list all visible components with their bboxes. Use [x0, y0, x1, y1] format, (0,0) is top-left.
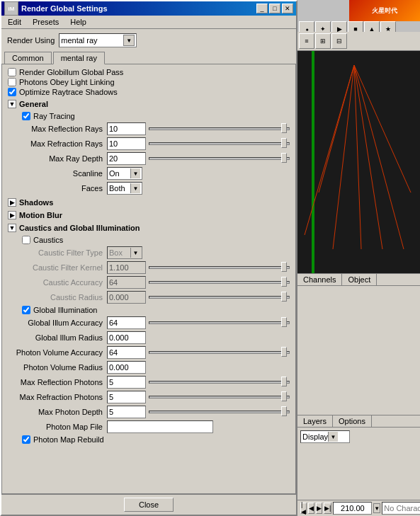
menu-edit[interactable]: Edit	[6, 17, 23, 27]
toolbar-btn-6[interactable]: ★	[380, 21, 396, 32]
render-using-dropdown[interactable]: mental ray ▼	[59, 33, 137, 47]
svg-line-6	[305, 65, 354, 235]
caustic-radius-slider[interactable]	[149, 292, 290, 303]
toolbar2-btn-3[interactable]: ⊟	[331, 33, 347, 49]
nav-char-input[interactable]	[382, 502, 420, 515]
caustic-accuracy-input[interactable]: 64	[107, 276, 146, 289]
global-illum-checkbox[interactable]	[22, 306, 30, 314]
caustic-filter-kernel-label: Caustic Filter Kernel	[8, 263, 107, 272]
max-ray-depth-slider[interactable]	[149, 153, 290, 164]
shadows-expand-btn[interactable]: ▶	[8, 198, 16, 207]
max-refraction-photons-slider[interactable]	[149, 391, 290, 403]
caustics-checkbox[interactable]	[22, 236, 30, 244]
global-illum-accuracy-label: Global Illum Accuracy	[8, 319, 107, 327]
display-value: Display	[302, 432, 328, 441]
maximize-button[interactable]: □	[269, 4, 280, 13]
photons-light-checkbox[interactable]	[8, 78, 16, 86]
tab-layers[interactable]: Layers	[297, 415, 333, 427]
toolbar2-btn-1[interactable]: ≡	[299, 33, 314, 49]
nav-skip-start-btn[interactable]: |◀	[300, 503, 307, 514]
render-global-settings-dialog: iM Render Global Settings _ □ ✕ Edit Pre…	[0, 0, 297, 516]
max-refraction-rays-input[interactable]: 10	[107, 137, 146, 150]
motion-blur-expand-btn[interactable]: ▶	[8, 211, 16, 219]
nav-skip-end-btn[interactable]: ▶|	[324, 503, 331, 514]
max-refraction-photons-row: Max Refraction Photons 5	[5, 390, 293, 404]
nav-next-btn[interactable]: ▶	[316, 503, 322, 514]
photon-map-rebuild-checkbox[interactable]	[22, 435, 30, 444]
tabs-row: Common mental ray	[1, 52, 296, 64]
ray-tracing-checkbox[interactable]	[22, 112, 30, 120]
toolbar-btn-4[interactable]: ■	[348, 21, 363, 32]
caustics-checkbox-row: Caustics	[19, 235, 293, 245]
render-using-dropdown-arrow[interactable]: ▼	[123, 35, 135, 46]
toolbar-btn-5[interactable]: ▲	[364, 21, 380, 32]
tab-mental-ray[interactable]: mental ray	[53, 52, 105, 64]
faces-row: Faces Both ▼	[5, 181, 293, 195]
caustic-radius-input[interactable]: 0.000	[107, 291, 146, 304]
max-reflection-rays-slider[interactable]	[149, 123, 290, 134]
global-illum-accuracy-slider[interactable]	[149, 317, 290, 328]
caustic-filter-kernel-slider[interactable]	[149, 262, 290, 273]
photon-map-file-input[interactable]	[107, 420, 213, 433]
caustic-filter-type-row: Caustic Filter Type Box ▼	[5, 246, 293, 260]
max-ray-depth-row: Max Ray Depth 20	[5, 151, 293, 166]
max-ray-depth-input[interactable]: 20	[107, 152, 146, 165]
toolbar2-btn-2[interactable]: ⊞	[315, 33, 331, 49]
max-refraction-rays-label: Max Refraction Rays	[8, 139, 107, 148]
menu-presets[interactable]: Presets	[30, 17, 61, 27]
faces-dropdown-arrow[interactable]: ▼	[130, 183, 140, 193]
render-globillum-checkbox[interactable]	[8, 68, 16, 76]
checkbox-optimize-raytrace: Optimize Raytrace Shadows	[5, 87, 293, 97]
menu-help[interactable]: Help	[68, 17, 89, 27]
max-reflection-photons-slider[interactable]	[149, 377, 290, 388]
optimize-raytrace-checkbox[interactable]	[8, 88, 16, 96]
scanline-dropdown-arrow[interactable]: ▼	[130, 168, 140, 178]
caustic-filter-type-arrow[interactable]: ▼	[130, 248, 140, 258]
nav-frame-input[interactable]: 210.00	[333, 502, 372, 515]
faces-dropdown[interactable]: Both ▼	[107, 182, 142, 195]
photon-volume-accuracy-input[interactable]: 64	[107, 346, 146, 359]
tab-options[interactable]: Options	[333, 415, 372, 427]
caustic-accuracy-label: Caustic Accuracy	[8, 278, 107, 287]
nav-dropdown-arrow[interactable]: ▼	[373, 503, 380, 513]
photon-volume-radius-row: Photon Volume Radius 0.000	[5, 360, 293, 374]
global-illum-radius-input[interactable]: 0.000	[107, 331, 146, 344]
title-bar-buttons: _ □ ✕	[256, 4, 293, 13]
photon-volume-radius-input[interactable]: 0.000	[107, 361, 146, 374]
minimize-button[interactable]: _	[256, 4, 268, 13]
caustic-filter-type-dropdown[interactable]: Box ▼	[107, 246, 142, 259]
display-dropdown[interactable]: Display ▼	[300, 430, 350, 443]
tab-channels[interactable]: Channels	[297, 274, 342, 285]
max-refraction-photons-label: Max Refraction Photons	[8, 393, 107, 401]
caustics-expand-btn[interactable]: ▼	[8, 224, 16, 232]
scanline-dropdown[interactable]: On ▼	[107, 167, 142, 180]
photon-volume-accuracy-slider[interactable]	[149, 347, 290, 358]
max-refraction-photons-input[interactable]: 5	[107, 391, 146, 403]
render-using-value: mental ray	[61, 36, 123, 45]
close-dialog-button[interactable]: Close	[124, 498, 174, 512]
shadows-section-title: Shadows	[19, 198, 53, 207]
scrollable-content[interactable]: Render Globillum Global Pass Photons Obe…	[2, 64, 295, 493]
display-dropdown-arrow[interactable]: ▼	[328, 432, 338, 442]
max-refraction-rays-slider[interactable]	[149, 138, 290, 149]
caustic-accuracy-slider[interactable]	[149, 277, 290, 288]
nav-prev-btn[interactable]: ◀	[308, 503, 314, 514]
toolbar-btn-2[interactable]: ✦	[315, 21, 331, 32]
max-reflection-photons-input[interactable]: 5	[107, 376, 146, 389]
global-illum-accuracy-input[interactable]: 64	[107, 316, 146, 329]
faces-value: Both	[109, 184, 130, 193]
max-reflection-rays-input[interactable]: 10	[107, 122, 146, 135]
content-area: Render Globillum Global Pass Photons Obe…	[1, 64, 296, 494]
caustics-label: Caustics	[33, 236, 63, 244]
caustic-radius-row: Caustic Radius 0.000	[5, 290, 293, 304]
general-expand-btn[interactable]: ▼	[8, 100, 16, 108]
close-button[interactable]: ✕	[282, 4, 293, 13]
tab-object[interactable]: Object	[342, 274, 377, 285]
max-photon-depth-input[interactable]: 5	[107, 406, 146, 418]
tab-common[interactable]: Common	[4, 52, 52, 64]
toolbar-btn-3[interactable]: ▶	[331, 21, 347, 32]
max-photon-depth-slider[interactable]	[149, 406, 290, 418]
toolbar-btn-1[interactable]: ⬥	[299, 21, 314, 32]
viewport-scene-svg	[297, 51, 420, 273]
caustic-filter-kernel-input[interactable]: 1.100	[107, 261, 146, 274]
